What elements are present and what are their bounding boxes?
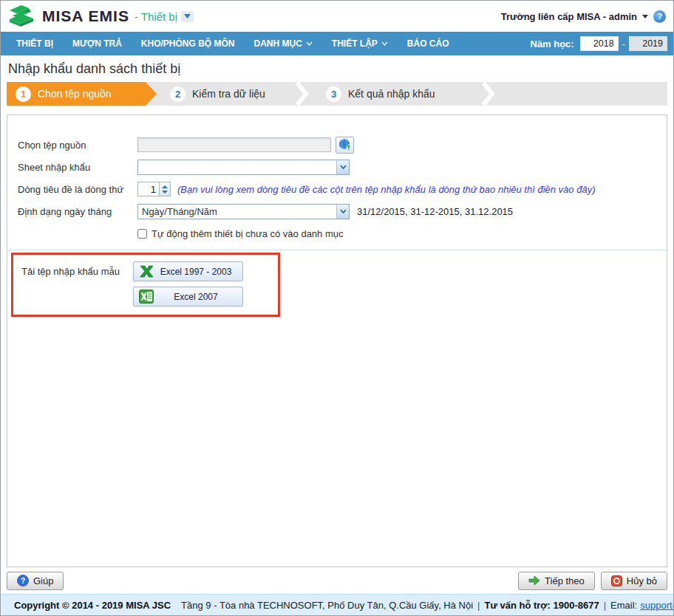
misa-logo-icon bbox=[7, 4, 36, 28]
nav-item-thiet-lap[interactable]: THIẾT LẬP bbox=[322, 38, 398, 49]
header-row-hint: (Bạn vui lòng xem dòng tiêu đề các cột t… bbox=[177, 184, 595, 195]
nav-label: DANH MỤC bbox=[254, 38, 302, 49]
wizard-step-3[interactable]: 3 Kết quả nhập khẩu bbox=[311, 82, 481, 106]
brand-title: MISA EMIS bbox=[42, 7, 129, 25]
auto-add-checkbox[interactable] bbox=[137, 229, 147, 239]
header-row-input[interactable] bbox=[137, 182, 160, 196]
date-format-select[interactable]: Ngày/Tháng/Năm bbox=[137, 204, 350, 219]
step-label: Kết quả nhập khẩu bbox=[348, 88, 435, 100]
step-separator-icon bbox=[481, 82, 497, 106]
user-caret-icon[interactable] bbox=[642, 15, 648, 18]
main-content-wrap: Chọn tệp nguồn Sheet nhập khẩu bbox=[1, 106, 673, 567]
nav-item-bao-cao[interactable]: BÁO CÁO bbox=[398, 38, 459, 49]
date-format-row: Định dạng ngày tháng Ngày/Tháng/Năm 31/1… bbox=[7, 202, 667, 220]
next-label: Tiếp theo bbox=[545, 575, 585, 586]
question-icon: ? bbox=[17, 575, 29, 586]
step-number: 3 bbox=[326, 86, 341, 102]
section-divider bbox=[7, 250, 667, 250]
footer-copyright: Copyright © 2014 - 2019 MISA JSC bbox=[14, 600, 171, 611]
nav-label: MƯỢN TRẢ bbox=[72, 38, 122, 49]
next-button[interactable]: Tiếp theo bbox=[518, 572, 595, 590]
nav-label: KHO/PHÒNG BỘ MÔN bbox=[141, 38, 235, 49]
stepper-buttons[interactable] bbox=[160, 182, 171, 196]
excel-2003-icon bbox=[139, 264, 154, 278]
chevron-down-icon bbox=[306, 41, 313, 46]
chevron-down-icon bbox=[336, 205, 349, 219]
footer-separator: | bbox=[604, 600, 606, 611]
footer-email-label: Email: bbox=[610, 600, 637, 611]
help-label: Giúp bbox=[33, 575, 53, 586]
spin-down-icon[interactable] bbox=[162, 191, 168, 194]
wizard-steps: 1 Chọn tệp nguồn 2 Kiểm tra dữ liệu 3 Kế… bbox=[7, 82, 667, 106]
download-excel-2007-button[interactable]: Excel 2007 bbox=[133, 287, 243, 307]
spin-up-icon[interactable] bbox=[162, 185, 168, 188]
wizard-step-2[interactable]: 2 Kiểm tra dữ liệu bbox=[146, 82, 295, 106]
globe-upload-icon bbox=[338, 138, 352, 151]
footer-support: Tư vấn hỗ trợ: 1900-8677 bbox=[484, 600, 599, 611]
page-title: Nhập khẩu danh sách thiết bị bbox=[8, 61, 180, 77]
nav-label: THIẾT BỊ bbox=[16, 38, 53, 49]
step-number: 1 bbox=[16, 86, 31, 102]
nav-item-muon-tra[interactable]: MƯỢN TRẢ bbox=[63, 38, 132, 49]
date-format-value: Ngày/Tháng/Năm bbox=[142, 206, 217, 217]
user-menu-label[interactable]: Trường liên cấp MISA - admin bbox=[501, 11, 637, 22]
step-label: Kiểm tra dữ liệu bbox=[192, 88, 265, 100]
date-format-example: 31/12/2015, 31-12-2015, 31.12.2015 bbox=[357, 206, 513, 217]
cancel-label: Hủy bỏ bbox=[627, 575, 657, 586]
help-button[interactable]: ? Giúp bbox=[7, 572, 64, 590]
arrow-right-icon bbox=[528, 575, 540, 586]
footer: Copyright © 2014 - 2019 MISA JSC Tầng 9 … bbox=[1, 594, 673, 615]
school-year-from-input[interactable] bbox=[580, 36, 619, 51]
chevron-down-icon bbox=[381, 41, 388, 46]
source-file-row: Chọn tệp nguồn bbox=[7, 136, 667, 154]
sheet-select[interactable] bbox=[137, 160, 350, 175]
cancel-icon bbox=[611, 575, 622, 586]
date-format-label: Định dạng ngày tháng bbox=[18, 206, 137, 217]
download-excel-1997-2003-button[interactable]: Excel 1997 - 2003 bbox=[133, 261, 243, 281]
browse-file-button[interactable] bbox=[336, 137, 354, 154]
button-label: Excel 2007 bbox=[154, 292, 242, 302]
svg-text:?: ? bbox=[21, 577, 25, 585]
wizard-step-1[interactable]: 1 Chọn tệp nguồn bbox=[7, 82, 146, 106]
module-name: - Thiết bị bbox=[135, 10, 177, 23]
excel-2007-icon bbox=[139, 290, 154, 304]
chevron-down-icon bbox=[184, 14, 191, 18]
main-nav: THIẾT BỊ MƯỢN TRẢ KHO/PHÒNG BỘ MÔN DANH … bbox=[1, 32, 673, 55]
cancel-button[interactable]: Hủy bỏ bbox=[601, 572, 667, 590]
template-buttons: Excel 1997 - 2003 Excel 2007 bbox=[133, 261, 243, 307]
template-label: Tải tệp nhập khẩu mẫu bbox=[13, 261, 133, 307]
module-dropdown[interactable] bbox=[181, 11, 194, 22]
nav-label: BÁO CÁO bbox=[407, 38, 449, 49]
action-bar: ? Giúp Tiếp theo Hủy bỏ bbox=[1, 567, 673, 594]
footer-separator: | bbox=[477, 600, 480, 611]
chevron-down-icon bbox=[336, 160, 349, 174]
nav-item-kho-phong-bo-mon[interactable]: KHO/PHÒNG BỘ MÔN bbox=[132, 38, 245, 49]
step-number: 2 bbox=[170, 86, 185, 102]
auto-add-label: Tự động thêm thiết bị chưa có vào danh m… bbox=[152, 228, 344, 239]
source-file-label: Chọn tệp nguồn bbox=[18, 140, 137, 151]
nav-label: THIẾT LẬP bbox=[332, 38, 378, 49]
help-icon[interactable]: ? bbox=[653, 10, 666, 23]
import-form: Chọn tệp nguồn Sheet nhập khẩu bbox=[7, 114, 667, 567]
school-year-label: Năm học: bbox=[530, 38, 573, 49]
nav-item-thiet-bi[interactable]: THIẾT BỊ bbox=[7, 38, 63, 49]
app-header: MISA EMIS - Thiết bị Trường liên cấp MIS… bbox=[1, 1, 673, 32]
header-row-row: Dòng tiêu đề là dòng thứ (Bạn vui lòng x… bbox=[7, 180, 667, 198]
header-row-stepper bbox=[137, 182, 171, 196]
footer-address: Tầng 9 - Tòa nhà TECHNOSOFT, Phố Duy Tân… bbox=[181, 600, 473, 611]
footer-email-link[interactable]: support@misa.com.vn bbox=[640, 600, 674, 611]
sheet-row: Sheet nhập khẩu bbox=[7, 158, 667, 176]
source-file-input[interactable] bbox=[137, 137, 331, 152]
sheet-label: Sheet nhập khẩu bbox=[18, 162, 137, 173]
template-download-highlight: Tải tệp nhập khẩu mẫu Excel 1997 - 2003 bbox=[11, 253, 280, 317]
app-window: MISA EMIS - Thiết bị Trường liên cấp MIS… bbox=[0, 0, 674, 616]
header-row-label: Dòng tiêu đề là dòng thứ bbox=[18, 184, 137, 195]
school-year-to-input[interactable] bbox=[629, 36, 667, 51]
title-bar: Nhập khẩu danh sách thiết bị bbox=[1, 55, 673, 82]
step-label: Chọn tệp nguồn bbox=[38, 88, 112, 100]
step-separator-icon bbox=[295, 82, 311, 106]
button-label: Excel 1997 - 2003 bbox=[154, 267, 242, 277]
auto-add-row: Tự động thêm thiết bị chưa có vào danh m… bbox=[7, 225, 667, 242]
year-separator: - bbox=[622, 38, 625, 49]
nav-item-danh-muc[interactable]: DANH MỤC bbox=[245, 38, 322, 49]
